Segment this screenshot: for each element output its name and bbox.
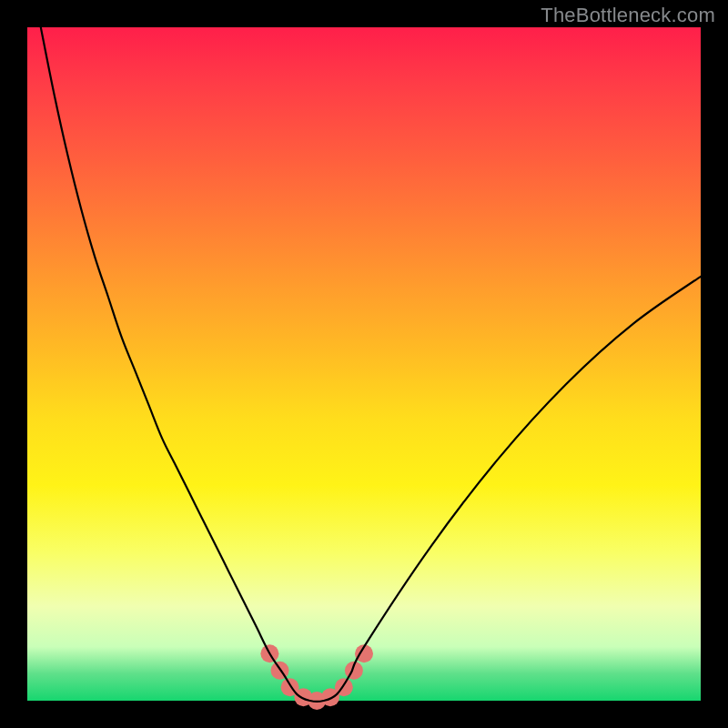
chart-svg xyxy=(27,27,701,701)
bottleneck-curve-path xyxy=(41,27,701,702)
gradient-plot-area xyxy=(27,27,701,701)
chart-stage: TheBottleneck.com xyxy=(0,0,728,728)
watermark-text: TheBottleneck.com xyxy=(541,4,715,27)
marker-layer xyxy=(260,644,373,710)
